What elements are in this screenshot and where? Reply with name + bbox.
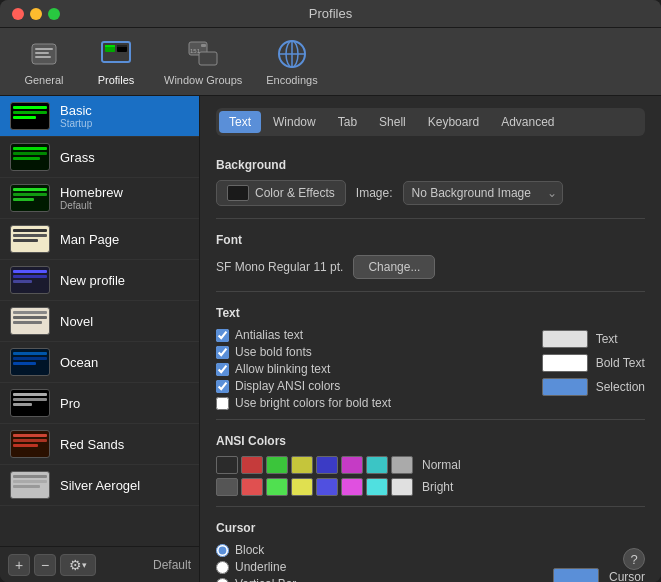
bright-checkbox[interactable] bbox=[216, 397, 229, 410]
thumbnail-basic bbox=[10, 102, 50, 130]
text-columns: Antialias text Use bold fonts Allow blin… bbox=[216, 328, 645, 413]
sidebar-item-ocean[interactable]: Ocean bbox=[0, 342, 199, 383]
sidebar-item-homebrew[interactable]: Homebrew Default bbox=[0, 178, 199, 219]
ansi-bright-1[interactable] bbox=[241, 478, 263, 496]
text-color-swatch[interactable] bbox=[542, 330, 588, 348]
image-label: Image: bbox=[356, 186, 393, 200]
sidebar-item-manpage-text: Man Page bbox=[60, 232, 119, 247]
thumbnail-redsands bbox=[10, 430, 50, 458]
ansi-normal-3[interactable] bbox=[291, 456, 313, 474]
selection-color-swatch[interactable] bbox=[542, 378, 588, 396]
text-sample: Text bbox=[542, 330, 645, 348]
ansi-normal-label: Normal bbox=[422, 458, 461, 472]
sidebar-item-grass-text: Grass bbox=[60, 150, 95, 165]
change-font-button[interactable]: Change... bbox=[353, 255, 435, 279]
ansi-normal-7[interactable] bbox=[391, 456, 413, 474]
ansi-bright-2[interactable] bbox=[266, 478, 288, 496]
divider-cursor bbox=[216, 506, 645, 507]
toolbar-encodings[interactable]: Encodings bbox=[266, 38, 317, 86]
text-color-samples: Text Bold Text Selection bbox=[542, 330, 645, 413]
minimize-button[interactable] bbox=[30, 8, 42, 20]
ansi-normal-0[interactable] bbox=[216, 456, 238, 474]
block-radio[interactable] bbox=[216, 544, 229, 557]
profile-actions-button[interactable]: ⚙ ▾ bbox=[60, 554, 96, 576]
ansi-label: Display ANSI colors bbox=[235, 379, 340, 393]
thumbnail-pro bbox=[10, 389, 50, 417]
ansi-checkbox[interactable] bbox=[216, 380, 229, 393]
toolbar-general[interactable]: General bbox=[20, 38, 68, 86]
cursor-options: Block Underline Vertical Bar Blink bbox=[216, 543, 533, 582]
svg-rect-3 bbox=[35, 56, 51, 58]
vertbar-radio[interactable] bbox=[216, 578, 229, 583]
ansi-normal-5[interactable] bbox=[341, 456, 363, 474]
blinking-checkbox[interactable] bbox=[216, 363, 229, 376]
radio-vertbar-row: Vertical Bar bbox=[216, 577, 533, 582]
ansi-normal-2[interactable] bbox=[266, 456, 288, 474]
underline-radio[interactable] bbox=[216, 561, 229, 574]
ansi-bright-3[interactable] bbox=[291, 478, 313, 496]
vertbar-label: Vertical Bar bbox=[235, 577, 296, 582]
bold-checkbox[interactable] bbox=[216, 346, 229, 359]
ansi-normal-4[interactable] bbox=[316, 456, 338, 474]
sidebar-item-grass[interactable]: Grass bbox=[0, 137, 199, 178]
blinking-label: Allow blinking text bbox=[235, 362, 330, 376]
help-button[interactable]: ? bbox=[623, 548, 645, 570]
ansi-bright-0[interactable] bbox=[216, 478, 238, 496]
sidebar-item-redsands[interactable]: Red Sands bbox=[0, 424, 199, 465]
tab-window[interactable]: Window bbox=[263, 111, 326, 133]
image-select-wrapper: No Background Image bbox=[403, 181, 563, 205]
bright-label: Use bright colors for bold text bbox=[235, 396, 391, 410]
sidebar-item-silver[interactable]: Silver Aerogel bbox=[0, 465, 199, 506]
toolbar-encodings-label: Encodings bbox=[266, 74, 317, 86]
sidebar-item-novel[interactable]: Novel bbox=[0, 301, 199, 342]
ansi-bright-7[interactable] bbox=[391, 478, 413, 496]
checkbox-blinking-row: Allow blinking text bbox=[216, 362, 522, 376]
close-button[interactable] bbox=[12, 8, 24, 20]
radio-block-row: Block bbox=[216, 543, 533, 557]
color-swatch bbox=[227, 185, 249, 201]
sidebar-item-basic[interactable]: Basic Startup bbox=[0, 96, 199, 137]
toolbar-window-groups-label: Window Groups bbox=[164, 74, 242, 86]
sidebar: Basic Startup Grass bbox=[0, 96, 200, 582]
text-sample-label: Text bbox=[596, 332, 618, 346]
thumbnail-homebrew bbox=[10, 184, 50, 212]
main-window: Profiles General bbox=[0, 0, 661, 582]
cursor-color-swatch[interactable] bbox=[553, 568, 599, 582]
general-icon bbox=[28, 38, 60, 70]
sidebar-item-manpage[interactable]: Man Page bbox=[0, 219, 199, 260]
ansi-normal-row: Normal bbox=[216, 456, 645, 474]
color-effects-button[interactable]: Color & Effects bbox=[216, 180, 346, 206]
toolbar-profiles[interactable]: Profiles bbox=[92, 38, 140, 86]
remove-profile-button[interactable]: − bbox=[34, 554, 56, 576]
main-content: Basic Startup Grass bbox=[0, 96, 661, 582]
maximize-button[interactable] bbox=[48, 8, 60, 20]
sidebar-item-newprofile[interactable]: New profile bbox=[0, 260, 199, 301]
toolbar-window-groups[interactable]: 151 Window Groups bbox=[164, 38, 242, 86]
tab-advanced[interactable]: Advanced bbox=[491, 111, 564, 133]
ansi-normal-6[interactable] bbox=[366, 456, 388, 474]
right-panel: Text Window Tab Shell Keyboard bbox=[200, 96, 661, 582]
image-select[interactable]: No Background Image bbox=[403, 181, 563, 205]
add-profile-button[interactable]: + bbox=[8, 554, 30, 576]
selection-sample: Selection bbox=[542, 378, 645, 396]
tab-keyboard[interactable]: Keyboard bbox=[418, 111, 489, 133]
ansi-bright-6[interactable] bbox=[366, 478, 388, 496]
sidebar-item-pro[interactable]: Pro bbox=[0, 383, 199, 424]
font-row: SF Mono Regular 11 pt. Change... bbox=[216, 255, 645, 279]
sidebar-item-novel-text: Novel bbox=[60, 314, 93, 329]
tab-shell[interactable]: Shell bbox=[369, 111, 416, 133]
window-title: Profiles bbox=[309, 6, 352, 21]
ansi-normal-1[interactable] bbox=[241, 456, 263, 474]
svg-rect-11 bbox=[201, 44, 206, 47]
block-label: Block bbox=[235, 543, 264, 557]
ansi-bright-4[interactable] bbox=[316, 478, 338, 496]
ansi-bright-5[interactable] bbox=[341, 478, 363, 496]
background-row: Color & Effects Image: No Background Ima… bbox=[216, 180, 645, 206]
bold-color-swatch[interactable] bbox=[542, 354, 588, 372]
antialias-checkbox[interactable] bbox=[216, 329, 229, 342]
divider-font bbox=[216, 218, 645, 219]
cursor-columns: Block Underline Vertical Bar Blink bbox=[216, 543, 645, 582]
tab-tab[interactable]: Tab bbox=[328, 111, 367, 133]
tab-text[interactable]: Text bbox=[219, 111, 261, 133]
cursor-color-row: Cursor bbox=[553, 568, 645, 582]
